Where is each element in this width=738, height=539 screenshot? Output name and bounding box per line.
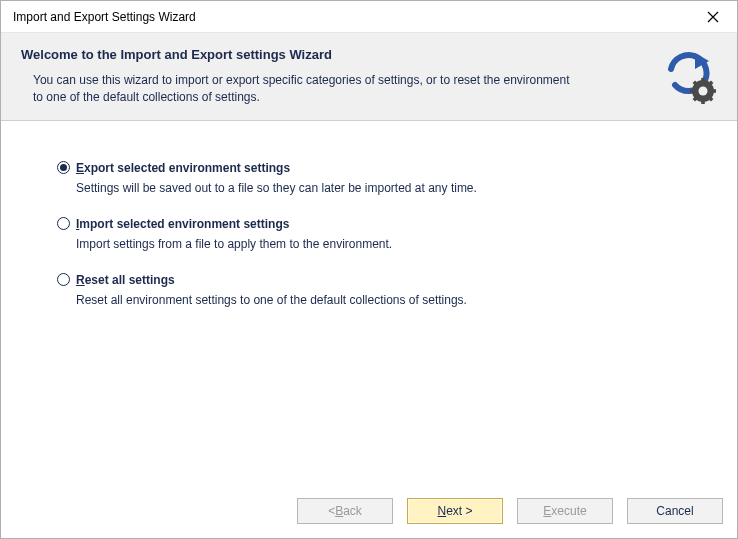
option-import: Import selected environment settings Imp…	[57, 217, 713, 251]
header-description: You can use this wizard to import or exp…	[21, 72, 581, 106]
wizard-footer: < Back Next > Execute Cancel	[1, 486, 737, 538]
radio-reset[interactable]: Reset all settings	[57, 273, 713, 287]
option-description: Reset all environment settings to one of…	[76, 293, 713, 307]
svg-rect-4	[690, 89, 695, 93]
svg-rect-3	[701, 99, 705, 104]
option-label: Export selected environment settings	[76, 161, 290, 175]
option-export: Export selected environment settings Set…	[57, 161, 713, 195]
svg-rect-5	[711, 89, 716, 93]
option-description: Import settings from a file to apply the…	[76, 237, 713, 251]
close-button[interactable]	[699, 5, 727, 29]
radio-icon	[57, 161, 70, 174]
wizard-window: Import and Export Settings Wizard Welcom…	[0, 0, 738, 539]
wizard-header: Welcome to the Import and Export setting…	[1, 33, 737, 121]
radio-icon	[57, 273, 70, 286]
window-title: Import and Export Settings Wizard	[13, 10, 196, 24]
radio-icon	[57, 217, 70, 230]
close-icon	[707, 11, 719, 23]
option-label: Reset all settings	[76, 273, 175, 287]
settings-refresh-icon	[659, 47, 717, 105]
header-title: Welcome to the Import and Export setting…	[21, 47, 643, 62]
option-label: Import selected environment settings	[76, 217, 289, 231]
cancel-button[interactable]: Cancel	[627, 498, 723, 524]
option-description: Settings will be saved out to a file so …	[76, 181, 713, 195]
header-text: Welcome to the Import and Export setting…	[21, 47, 643, 106]
radio-import[interactable]: Import selected environment settings	[57, 217, 713, 231]
next-button[interactable]: Next >	[407, 498, 503, 524]
wizard-content: Export selected environment settings Set…	[1, 121, 737, 486]
execute-button: Execute	[517, 498, 613, 524]
option-reset: Reset all settings Reset all environment…	[57, 273, 713, 307]
back-button: < Back	[297, 498, 393, 524]
svg-point-1	[699, 87, 708, 96]
radio-export[interactable]: Export selected environment settings	[57, 161, 713, 175]
titlebar: Import and Export Settings Wizard	[1, 1, 737, 33]
svg-rect-2	[701, 78, 705, 83]
